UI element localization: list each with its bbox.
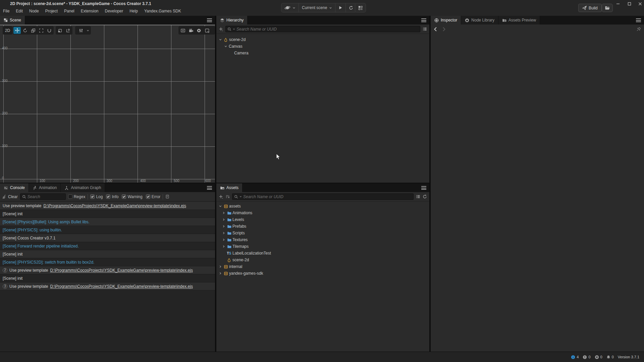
tab-animation[interactable]: Animation bbox=[29, 183, 61, 192]
console-log-row[interactable]: [Scene] [Physics][Bullet]: Using asmjs B… bbox=[0, 218, 215, 226]
console-log-row[interactable]: [Scene] init bbox=[0, 274, 215, 282]
scene-panel-menu-icon[interactable] bbox=[207, 18, 212, 22]
camera-button[interactable] bbox=[187, 27, 195, 34]
menu-item-file[interactable]: File bbox=[3, 9, 9, 13]
log-link[interactable]: D:\Programms\CocosProjects\YSDK_ExampleG… bbox=[50, 268, 193, 273]
scene-2d-mode-button[interactable]: 2D bbox=[3, 26, 12, 35]
assets-item-yandex-games-sdk[interactable]: yandex-games-sdk bbox=[216, 270, 429, 277]
create-asset-button[interactable] bbox=[219, 194, 223, 199]
chevron-right-icon[interactable] bbox=[218, 272, 222, 275]
snap-corner-button[interactable] bbox=[56, 27, 64, 34]
status-errors[interactable]: 0 bbox=[595, 355, 602, 359]
hierarchy-panel-menu-icon[interactable] bbox=[421, 18, 426, 22]
log-link[interactable]: D:\Programms\CocosProjects\YSDK_ExampleG… bbox=[43, 203, 186, 208]
info-filter[interactable]: Info bbox=[106, 194, 118, 199]
console-log-row[interactable]: [Scene] Forward render pipeline initiali… bbox=[0, 242, 215, 250]
console-log-row[interactable]: 2Use preview template D:\Programms\Cocos… bbox=[0, 266, 215, 274]
scene-select-dropdown[interactable]: Current scene bbox=[299, 3, 335, 12]
menu-item-help[interactable]: Help bbox=[129, 9, 138, 13]
rect-tool-button[interactable] bbox=[38, 27, 45, 34]
build-button[interactable]: Build bbox=[578, 4, 602, 12]
hierarchy-item-scene-2d[interactable]: scene-2d bbox=[216, 36, 429, 43]
log-link[interactable]: D:\Programms\CocosProjects\YSDK_ExampleG… bbox=[50, 284, 193, 289]
gear-button[interactable] bbox=[195, 27, 203, 34]
assets-item-prefabs[interactable]: Prefabs bbox=[216, 223, 429, 230]
chevron-right-icon[interactable] bbox=[222, 232, 226, 234]
chevron-down-icon[interactable] bbox=[224, 45, 228, 48]
menu-item-extension[interactable]: Extension bbox=[81, 9, 99, 13]
console-panel-menu-icon[interactable] bbox=[207, 186, 212, 190]
assets-search-input[interactable] bbox=[243, 194, 412, 199]
assets-item-assets[interactable]: assets bbox=[216, 203, 429, 210]
chevron-right-icon[interactable] bbox=[222, 218, 226, 221]
preview-target-dropdown[interactable] bbox=[281, 3, 299, 12]
console-log-row[interactable]: [Scene] [PHYSICS]: using builtin. bbox=[0, 226, 215, 234]
clear-console-button[interactable]: Clear bbox=[2, 194, 18, 199]
chevron-right-icon[interactable] bbox=[218, 265, 222, 268]
back-arrow-icon[interactable] bbox=[434, 27, 437, 32]
menu-item-developer[interactable]: Developer bbox=[105, 9, 123, 13]
tab-assets-preview[interactable]: Assets Preview bbox=[498, 16, 540, 25]
forward-arrow-icon[interactable] bbox=[442, 27, 446, 32]
menu-item-edit[interactable]: Edit bbox=[16, 9, 23, 13]
open-project-folder-button[interactable] bbox=[602, 4, 613, 12]
aspect-border-button[interactable] bbox=[179, 27, 186, 34]
refresh-assets-icon[interactable] bbox=[423, 194, 427, 199]
assets-item-animations[interactable]: Animations bbox=[216, 210, 429, 216]
move-tool-button[interactable] bbox=[13, 27, 21, 34]
assets-item-levels[interactable]: Levels bbox=[216, 216, 429, 223]
tab-animation-graph[interactable]: Animation Graph bbox=[61, 183, 105, 192]
chevron-right-icon[interactable] bbox=[222, 238, 226, 241]
menu-item-node[interactable]: Node bbox=[29, 9, 39, 13]
chevron-down-icon[interactable] bbox=[218, 38, 222, 41]
tab-hierarchy[interactable]: Hierarchy bbox=[216, 16, 248, 25]
status-warnings[interactable]: 0 bbox=[583, 355, 590, 359]
console-log-row[interactable]: [Scene] Cocos Creator v3.7.1 bbox=[0, 234, 215, 242]
minimize-button[interactable] bbox=[613, 1, 623, 7]
assets-item-labellocalizationtest[interactable]: TSLabelLocalizationTest bbox=[216, 250, 429, 257]
pin-icon[interactable] bbox=[637, 27, 641, 31]
console-log-row[interactable]: [Scene] init bbox=[0, 210, 215, 218]
hierarchy-item-camera[interactable]: Camera bbox=[216, 50, 429, 56]
sort-assets-icon[interactable] bbox=[225, 194, 230, 199]
status-notifications[interactable]: 0 bbox=[606, 355, 614, 359]
warning-filter-box[interactable] bbox=[122, 194, 126, 199]
regex-checkbox[interactable]: Regex bbox=[68, 194, 86, 199]
hierarchy-item-canvas[interactable]: Canvas bbox=[216, 43, 429, 50]
rotate-tool-button[interactable] bbox=[21, 27, 29, 34]
assets-item-textures[interactable]: Textures bbox=[216, 236, 429, 243]
hierarchy-search-input[interactable] bbox=[236, 27, 418, 32]
chevron-down-icon[interactable] bbox=[218, 205, 222, 208]
close-button[interactable] bbox=[635, 1, 644, 7]
regex-checkbox-box[interactable] bbox=[68, 194, 72, 199]
play-button[interactable] bbox=[335, 3, 346, 12]
assets-item-scripts[interactable]: Scripts bbox=[216, 230, 429, 236]
menu-item-panel[interactable]: Panel bbox=[64, 9, 74, 13]
warning-filter[interactable]: Warning bbox=[122, 194, 142, 199]
assets-panel-menu-icon[interactable] bbox=[421, 186, 426, 190]
chevron-right-icon[interactable] bbox=[222, 212, 226, 214]
chevron-right-icon[interactable] bbox=[222, 225, 226, 228]
snap-pivot-button[interactable] bbox=[64, 27, 72, 34]
tab-node-library[interactable]: Node Library bbox=[461, 16, 498, 25]
inspector-panel-menu-icon[interactable] bbox=[636, 18, 641, 22]
create-node-button[interactable] bbox=[219, 27, 223, 31]
scene-settings-button[interactable] bbox=[203, 27, 211, 34]
maximize-button[interactable] bbox=[625, 1, 634, 7]
status-messages[interactable]: 4 bbox=[571, 355, 579, 359]
console-log-row[interactable]: Use preview template D:\Programms\CocosP… bbox=[0, 202, 215, 210]
list-view-icon[interactable] bbox=[423, 27, 427, 31]
console-log-row[interactable]: 3Use preview template D:\Programms\Cocos… bbox=[0, 282, 215, 290]
log-file-icon[interactable] bbox=[165, 194, 169, 199]
tab-inspector[interactable]: Inspector bbox=[431, 16, 461, 25]
log-filter-box[interactable] bbox=[90, 194, 95, 199]
log-filter[interactable]: Log bbox=[90, 194, 103, 199]
assets-item-internal[interactable]: internal bbox=[216, 263, 429, 270]
scale-tool-button[interactable] bbox=[30, 27, 37, 34]
error-filter[interactable]: Error bbox=[146, 194, 161, 199]
console-log-row[interactable]: [Scene] init bbox=[0, 250, 215, 258]
tab-assets[interactable]: Assets bbox=[216, 183, 243, 192]
console-log-row[interactable]: [Scene] [PHYSICS2D]: switch from builtin… bbox=[0, 258, 215, 266]
assets-item-scene-2d[interactable]: scene-2d bbox=[216, 257, 429, 263]
layout-grid-button[interactable] bbox=[355, 3, 366, 12]
